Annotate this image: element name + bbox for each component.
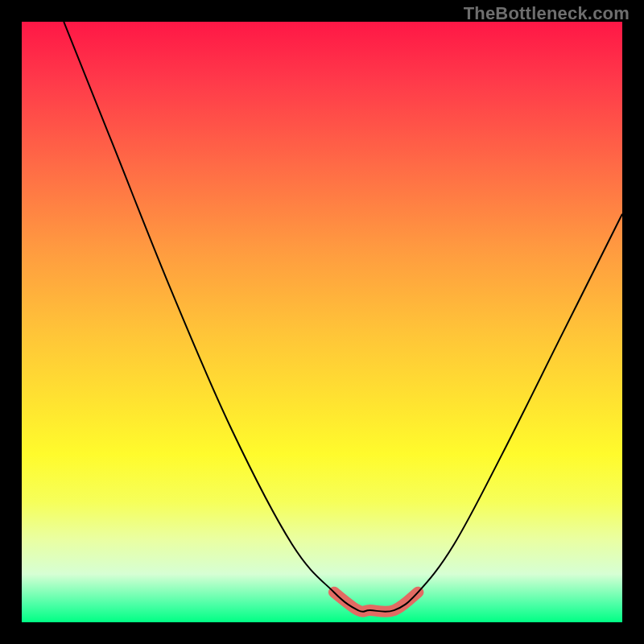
- plot-area: [22, 22, 622, 622]
- chart-svg: [22, 22, 622, 622]
- curve-path: [64, 22, 622, 612]
- bottleneck-curve: [64, 22, 622, 612]
- optimal-range-highlight: [334, 592, 418, 612]
- highlight-path: [334, 592, 418, 612]
- chart-container: TheBottleneck.com: [0, 0, 644, 644]
- attribution-label: TheBottleneck.com: [464, 3, 630, 24]
